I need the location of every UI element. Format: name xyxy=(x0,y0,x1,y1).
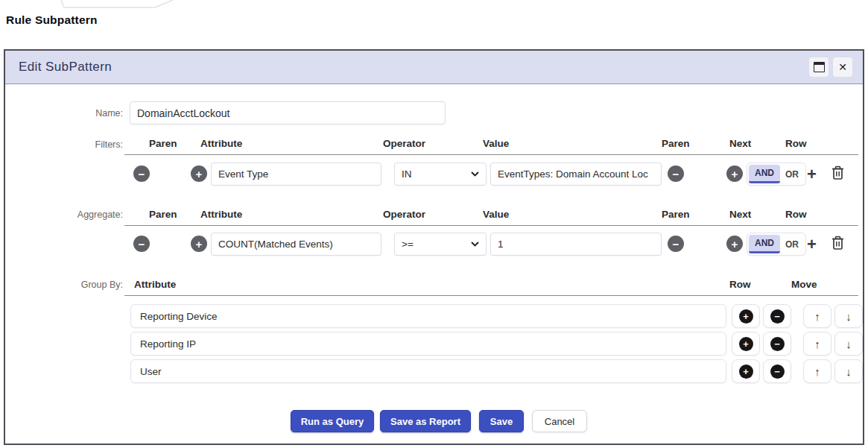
filter-and-option[interactable]: AND xyxy=(749,165,780,183)
group-row-move-up-button[interactable]: ↑ xyxy=(803,359,831,383)
aggregate-add-row-button[interactable]: + xyxy=(807,236,817,253)
group-row-add-button[interactable]: + xyxy=(732,304,760,328)
filters-col-attribute: Attribute xyxy=(200,138,242,149)
filters-col-value: Value xyxy=(483,138,509,149)
cancel-button[interactable]: Cancel xyxy=(532,410,587,432)
name-input[interactable] xyxy=(130,101,446,124)
plus-icon: + xyxy=(196,239,203,250)
group-by-row[interactable]: Reporting Device xyxy=(130,304,726,328)
add-icon: + xyxy=(807,165,817,183)
aggregate-col-paren2: Paren xyxy=(662,209,690,220)
group-by-col-row: Row xyxy=(729,279,751,290)
filters-col-paren2: Paren xyxy=(662,138,690,149)
group-row-move-up-button[interactable]: ↑ xyxy=(803,332,831,356)
arrow-down-icon: ↓ xyxy=(846,311,852,322)
save-button[interactable]: Save xyxy=(479,410,524,432)
screen: Rule Subpattern Edit SubPattern ✕ Name: … xyxy=(0,0,868,448)
group-row-add-button[interactable]: + xyxy=(732,332,760,356)
aggregate-col-next: Next xyxy=(729,209,751,220)
filter-value-input[interactable] xyxy=(490,163,662,186)
aggregate-open-paren-add-button[interactable]: + xyxy=(191,236,207,252)
group-row-remove-button[interactable]: − xyxy=(763,304,791,328)
filter-open-paren-add-button[interactable]: + xyxy=(191,165,207,182)
group-by-header-divider xyxy=(124,295,858,296)
filters-header-divider xyxy=(124,154,858,155)
run-as-query-button[interactable]: Run as Query xyxy=(291,410,374,432)
arrow-down-icon: ↓ xyxy=(846,338,852,350)
minus-icon: − xyxy=(770,337,785,351)
filters-col-row: Row xyxy=(785,138,807,149)
group-by-value: Reporting Device xyxy=(140,311,218,322)
top-crop-artifact xyxy=(60,0,179,9)
group-row-move-down-button[interactable]: ↓ xyxy=(834,359,863,383)
minus-icon: − xyxy=(139,239,145,250)
filter-delete-row-button[interactable] xyxy=(831,165,845,184)
maximize-icon xyxy=(814,62,825,72)
plus-icon: + xyxy=(732,239,738,250)
arrow-up-icon: ↑ xyxy=(814,338,820,350)
plus-icon: + xyxy=(196,168,203,180)
group-by-label: Group By: xyxy=(46,280,123,290)
filters-label: Filters: xyxy=(46,139,123,150)
aggregate-label: Aggregate: xyxy=(46,209,123,220)
aggregate-col-attribute: Attribute xyxy=(200,209,242,220)
group-row-move-up-button[interactable]: ↑ xyxy=(803,304,831,328)
aggregate-close-paren-add-button[interactable]: + xyxy=(726,236,743,252)
filter-open-paren-remove-button[interactable]: − xyxy=(133,165,150,182)
trash-icon xyxy=(831,165,845,181)
minus-icon: − xyxy=(139,168,145,180)
aggregate-open-paren-remove-button[interactable]: − xyxy=(133,236,150,252)
trash-icon xyxy=(831,235,845,251)
page-title: Rule Subpattern xyxy=(6,13,98,27)
minus-icon: − xyxy=(770,309,785,324)
group-by-row[interactable]: User xyxy=(130,359,726,383)
arrow-down-icon: ↓ xyxy=(846,366,852,377)
aggregate-delete-row-button[interactable] xyxy=(831,235,845,254)
aggregate-col-paren: Paren xyxy=(149,209,177,220)
plus-icon: + xyxy=(739,365,753,379)
arrow-up-icon: ↑ xyxy=(814,366,820,377)
aggregate-operator-value: >= xyxy=(402,239,414,250)
minus-icon: − xyxy=(673,168,679,180)
filter-close-paren-remove-button[interactable]: − xyxy=(668,165,684,182)
plus-icon: + xyxy=(732,168,738,180)
aggregate-header-divider xyxy=(124,225,858,226)
aggregate-value-input[interactable] xyxy=(490,233,662,256)
aggregate-attribute-input[interactable] xyxy=(211,233,381,256)
group-row-remove-button[interactable]: − xyxy=(763,332,791,356)
aggregate-and-option[interactable]: AND xyxy=(749,235,780,253)
group-by-col-attribute: Attribute xyxy=(134,279,176,290)
add-icon: + xyxy=(807,235,817,253)
filter-or-option[interactable]: OR xyxy=(780,165,804,183)
group-row-remove-button[interactable]: − xyxy=(763,359,791,383)
filter-attribute-input[interactable] xyxy=(211,163,381,186)
close-button[interactable]: ✕ xyxy=(833,57,852,77)
minus-icon: − xyxy=(770,365,785,379)
name-label: Name: xyxy=(46,108,123,119)
aggregate-next-toggle: AND OR xyxy=(747,233,806,256)
group-by-row[interactable]: Reporting IP xyxy=(130,332,726,356)
filter-next-toggle: AND OR xyxy=(747,163,806,186)
group-row-move-down-button[interactable]: ↓ xyxy=(834,332,863,356)
group-by-value: User xyxy=(140,366,162,377)
aggregate-or-option[interactable]: OR xyxy=(780,235,804,253)
filters-col-next: Next xyxy=(729,138,751,149)
group-row-move-down-button[interactable]: ↓ xyxy=(834,304,863,328)
arrow-up-icon: ↑ xyxy=(814,311,820,322)
filter-close-paren-add-button[interactable]: + xyxy=(726,165,743,182)
save-as-report-button[interactable]: Save as Report xyxy=(380,410,471,432)
filter-add-row-button[interactable]: + xyxy=(807,166,817,183)
group-row-add-button[interactable]: + xyxy=(732,359,760,383)
aggregate-operator-select[interactable]: >= xyxy=(394,233,487,256)
plus-icon: + xyxy=(739,309,753,324)
edit-subpattern-dialog: Edit SubPattern ✕ Name: Filters: Paren A… xyxy=(4,49,864,445)
filters-col-paren: Paren xyxy=(149,138,177,149)
chevron-down-icon xyxy=(471,242,479,247)
maximize-button[interactable] xyxy=(809,57,829,77)
aggregate-col-row: Row xyxy=(785,209,807,220)
aggregate-close-paren-remove-button[interactable]: − xyxy=(668,236,684,252)
minus-icon: − xyxy=(673,239,679,250)
filter-operator-select[interactable]: IN xyxy=(394,163,487,186)
filter-operator-value: IN xyxy=(402,168,412,180)
plus-icon: + xyxy=(739,337,753,351)
